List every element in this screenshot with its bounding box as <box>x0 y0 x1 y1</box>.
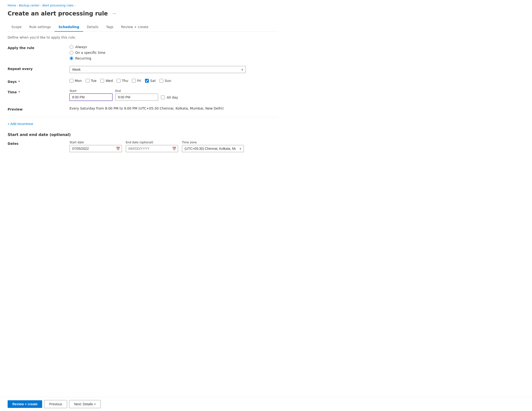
end-date-wrapper: 📅 <box>126 145 178 152</box>
footer: Review + create Previous Next: Details > <box>0 397 532 411</box>
repeat-every-row: Repeat every Hour Day Week Month ∨ <box>8 66 278 73</box>
day-fri-label: Fri <box>137 79 141 83</box>
day-sat[interactable]: Sat <box>145 79 156 83</box>
review-create-button[interactable]: Review + create <box>8 400 42 408</box>
start-date-group: Start date 📅 <box>69 141 122 152</box>
time-inputs-row: Start End All day <box>69 89 278 101</box>
dates-label: Dates <box>8 141 69 145</box>
preview-text: Every Saturday from 8:00 PM to 9:00 PM (… <box>69 106 224 110</box>
preview-label: Preview <box>8 106 69 111</box>
end-date-input[interactable] <box>126 145 178 152</box>
day-sun[interactable]: Sun <box>160 79 171 83</box>
repeat-every-select[interactable]: Hour Day Week Month <box>69 66 246 73</box>
ellipsis-menu-button[interactable]: ··· <box>111 10 118 17</box>
day-thu-input[interactable] <box>117 79 121 83</box>
day-tue[interactable]: Tue <box>86 79 97 83</box>
radio-always-input[interactable] <box>69 45 73 49</box>
day-tue-input[interactable] <box>86 79 90 83</box>
allday-checkbox[interactable]: All day <box>161 96 178 101</box>
page-subtitle: Define when you'd like to apply this rul… <box>8 36 278 39</box>
time-end-input[interactable] <box>115 94 158 101</box>
day-sun-label: Sun <box>165 79 171 83</box>
days-required-marker: * <box>17 80 20 84</box>
time-required-marker: * <box>17 90 20 94</box>
radio-specific-time-input[interactable] <box>69 51 73 55</box>
dates-control: Start date 📅 End date (optional) 📅 <box>69 141 278 152</box>
day-sun-input[interactable] <box>160 79 163 83</box>
tab-tags[interactable]: Tags <box>102 23 117 32</box>
end-date-group: End date (optional) 📅 <box>126 141 178 152</box>
day-mon[interactable]: Mon <box>69 79 82 83</box>
page-title: Create an alert processing rule <box>8 10 108 17</box>
day-tue-label: Tue <box>91 79 97 83</box>
start-date-label: Start date <box>69 141 122 144</box>
end-date-label: End date (optional) <box>126 141 178 144</box>
timezone-group: Time zone (UTC+05:30) Chennai, Kolkata, … <box>182 141 244 152</box>
day-mon-input[interactable] <box>69 79 73 83</box>
radio-always[interactable]: Always <box>69 45 278 49</box>
allday-input[interactable] <box>161 96 165 99</box>
tab-rule-settings[interactable]: Rule settings <box>26 23 55 32</box>
days-control: Mon Tue Wed Thu Fri <box>69 79 278 83</box>
repeat-every-select-wrapper: Hour Day Week Month ∨ <box>69 66 246 73</box>
breadcrumb-sep-1: › <box>17 4 18 7</box>
day-wed-input[interactable] <box>100 79 104 83</box>
tab-review-create[interactable]: Review + create <box>117 23 152 32</box>
apply-rule-row: Apply the rule Always On a specific time… <box>8 45 278 60</box>
breadcrumb-backup-center[interactable]: Backup center <box>19 4 39 7</box>
dates-row: Dates Start date 📅 End date (optional) <box>8 141 278 152</box>
timezone-select[interactable]: (UTC+05:30) Chennai, Kolkata, Mumbai, Ne… <box>182 145 244 152</box>
apply-rule-label: Apply the rule <box>8 45 69 50</box>
day-fri[interactable]: Fri <box>132 79 141 83</box>
day-sat-label: Sat <box>150 79 156 83</box>
repeat-every-control: Hour Day Week Month ∨ <box>69 66 278 73</box>
days-label: Days * <box>8 79 69 84</box>
day-sat-input[interactable] <box>145 79 149 83</box>
days-row: Days * Mon Tue Wed Thu <box>8 79 278 84</box>
tab-scheduling[interactable]: Scheduling <box>55 23 83 32</box>
days-checkboxes: Mon Tue Wed Thu Fri <box>69 79 278 83</box>
start-date-input[interactable] <box>69 145 122 152</box>
breadcrumb-home[interactable]: Home <box>8 4 16 7</box>
timezone-label: Time zone <box>182 141 244 144</box>
tabs-navigation: Scope Rule settings Scheduling Details T… <box>8 23 278 32</box>
time-row: Time * Start End All day <box>8 89 278 101</box>
dates-inputs-row: Start date 📅 End date (optional) 📅 <box>69 141 278 152</box>
repeat-every-label: Repeat every <box>8 66 69 71</box>
day-wed-label: Wed <box>105 79 113 83</box>
timezone-wrapper: (UTC+05:30) Chennai, Kolkata, Mumbai, Ne… <box>182 145 244 152</box>
day-thu[interactable]: Thu <box>117 79 128 83</box>
apply-rule-options: Always On a specific time Recurring <box>69 45 278 60</box>
preview-row: Preview Every Saturday from 8:00 PM to 9… <box>8 106 278 111</box>
day-mon-label: Mon <box>75 79 82 83</box>
allday-label: All day <box>167 96 178 99</box>
time-label: Time * <box>8 89 69 94</box>
time-start-input[interactable] <box>69 94 112 101</box>
radio-recurring-input[interactable] <box>69 57 73 60</box>
section-divider <box>8 117 278 117</box>
start-end-date-heading: Start and end date (optional) <box>8 132 278 137</box>
next-details-button[interactable]: Next: Details > <box>69 400 101 408</box>
day-fri-input[interactable] <box>132 79 136 83</box>
tab-details[interactable]: Details <box>83 23 102 32</box>
radio-specific-time[interactable]: On a specific time <box>69 51 278 55</box>
radio-recurring[interactable]: Recurring <box>69 57 278 60</box>
breadcrumb: Home › Backup center › Alert processing … <box>8 4 278 7</box>
time-start-group: Start <box>69 89 112 101</box>
start-date-wrapper: 📅 <box>69 145 122 152</box>
radio-recurring-label: Recurring <box>75 57 91 60</box>
day-thu-label: Thu <box>122 79 128 83</box>
time-control: Start End All day <box>69 89 278 101</box>
add-recurrence-button[interactable]: + Add recurrence <box>8 121 33 127</box>
radio-always-label: Always <box>75 45 87 49</box>
breadcrumb-sep-2: › <box>40 4 41 7</box>
breadcrumb-alert-rules[interactable]: Alert processing rules <box>42 4 73 7</box>
breadcrumb-sep-3: › <box>74 4 75 7</box>
time-end-label: End <box>115 89 158 93</box>
previous-button[interactable]: Previous <box>44 400 67 408</box>
preview-control: Every Saturday from 8:00 PM to 9:00 PM (… <box>69 106 278 110</box>
radio-specific-time-label: On a specific time <box>75 51 105 55</box>
tab-scope[interactable]: Scope <box>8 23 26 32</box>
day-wed[interactable]: Wed <box>100 79 113 83</box>
time-start-label: Start <box>69 89 112 93</box>
